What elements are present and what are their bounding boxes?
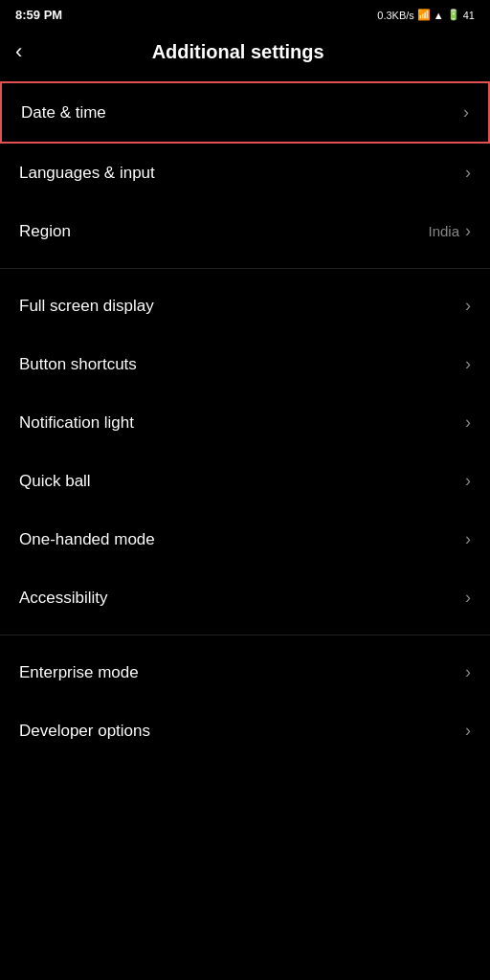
settings-item-value: India: [428, 223, 459, 239]
settings-list: Date & time›Languages & input›RegionIndi…: [0, 81, 490, 760]
signal-icon: 📶: [417, 9, 431, 21]
settings-item-full-screen-display[interactable]: Full screen display›: [0, 277, 490, 335]
divider: [0, 635, 490, 635]
settings-item-right: ›: [465, 471, 471, 491]
settings-item-region[interactable]: RegionIndia›: [0, 202, 490, 260]
chevron-icon: ›: [465, 529, 471, 549]
settings-item-right: ›: [465, 163, 471, 183]
settings-item-label: Button shortcuts: [19, 355, 137, 374]
network-speed: 0.3KB/s: [377, 10, 414, 21]
battery-level: 41: [463, 10, 475, 21]
settings-item-label: Full screen display: [19, 297, 154, 316]
settings-item-label: Quick ball: [19, 472, 91, 491]
settings-item-date-time[interactable]: Date & time›: [0, 81, 490, 144]
settings-item-label: Enterprise mode: [19, 663, 139, 682]
status-right: 0.3KB/s 📶 ▲ 🔋 41: [377, 9, 475, 21]
settings-item-right: ›: [465, 296, 471, 316]
settings-item-right: India›: [428, 221, 471, 241]
settings-item-label: Date & time: [21, 103, 106, 122]
settings-item-right: ›: [465, 412, 471, 433]
settings-item-accessibility[interactable]: Accessibility›: [0, 568, 490, 627]
wifi-icon: ▲: [434, 10, 444, 21]
chevron-icon: ›: [465, 296, 471, 316]
chevron-icon: ›: [465, 163, 471, 183]
settings-item-label: Developer options: [19, 722, 150, 741]
chevron-icon: ›: [465, 221, 471, 241]
settings-item-label: One-handed mode: [19, 530, 155, 549]
top-bar: ‹ Additional settings: [0, 26, 490, 81]
settings-item-label: Region: [19, 222, 71, 241]
chevron-icon: ›: [465, 588, 471, 608]
settings-item-notification-light[interactable]: Notification light›: [0, 393, 490, 452]
chevron-icon: ›: [465, 354, 471, 374]
settings-item-right: ›: [465, 588, 471, 608]
chevron-icon: ›: [465, 412, 471, 433]
settings-item-label: Languages & input: [19, 164, 155, 183]
chevron-icon: ›: [465, 721, 471, 741]
settings-item-button-shortcuts[interactable]: Button shortcuts›: [0, 335, 490, 393]
settings-item-right: ›: [463, 102, 469, 122]
settings-item-enterprise-mode[interactable]: Enterprise mode›: [0, 643, 490, 702]
chevron-icon: ›: [463, 102, 469, 122]
back-button[interactable]: ‹: [15, 35, 30, 68]
settings-item-label: Accessibility: [19, 589, 108, 608]
settings-item-quick-ball[interactable]: Quick ball›: [0, 452, 490, 510]
settings-item-one-handed-mode[interactable]: One-handed mode›: [0, 510, 490, 568]
page-title: Additional settings: [30, 41, 446, 63]
settings-item-right: ›: [465, 662, 471, 682]
settings-item-right: ›: [465, 721, 471, 741]
chevron-icon: ›: [465, 662, 471, 682]
status-bar: 8:59 PM 0.3KB/s 📶 ▲ 🔋 41: [0, 0, 490, 26]
chevron-icon: ›: [465, 471, 471, 491]
settings-item-developer-options[interactable]: Developer options›: [0, 702, 490, 760]
battery-icon: 🔋: [447, 9, 460, 21]
settings-item-label: Notification light: [19, 413, 134, 433]
status-time: 8:59 PM: [15, 8, 62, 22]
divider: [0, 268, 490, 269]
settings-item-languages-input[interactable]: Languages & input›: [0, 144, 490, 202]
settings-item-right: ›: [465, 529, 471, 549]
settings-item-right: ›: [465, 354, 471, 374]
